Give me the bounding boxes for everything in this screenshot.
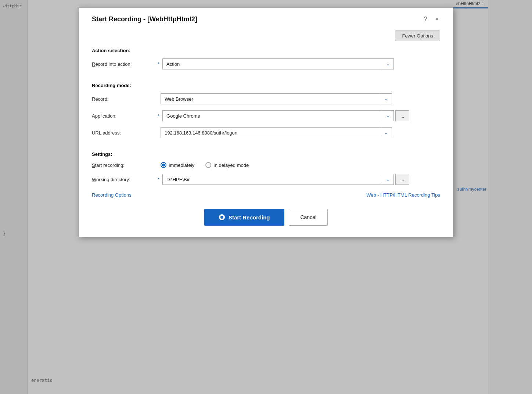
- record-action-control: Action ⌄: [162, 58, 440, 69]
- delayed-label: In delayed mode: [213, 162, 249, 168]
- start-recording-mode-row: Start recording: Immediately In delayed …: [92, 162, 440, 168]
- url-control: 192.168.163.146:8080/suthr/logon ⌄: [161, 127, 440, 138]
- record-value: Web Browser: [161, 96, 380, 102]
- working-dir-browse-button[interactable]: ...: [395, 174, 409, 185]
- start-recording-dialog: Start Recording - [WebHttpHtml2] ? × Few…: [79, 7, 453, 237]
- modal-overlay: Start Recording - [WebHttpHtml2] ? × Few…: [0, 0, 532, 394]
- recording-options-link[interactable]: Recording Options: [92, 192, 132, 198]
- dialog-title: Start Recording - [WebHttpHtml2]: [92, 15, 197, 23]
- working-dir-control: D:\HPE\Bin ⌄ ...: [162, 174, 440, 185]
- immediately-radio[interactable]: [161, 162, 166, 168]
- immediately-radio-dot: [162, 164, 165, 166]
- application-browse-button[interactable]: ...: [395, 110, 409, 121]
- record-arrow[interactable]: ⌄: [380, 94, 392, 104]
- start-button-dot: [220, 216, 223, 219]
- application-row: Application: * Google Chrome ⌄ ...: [92, 110, 440, 121]
- delayed-radio[interactable]: [205, 162, 211, 168]
- help-button[interactable]: ?: [423, 15, 429, 23]
- start-recording-radio-group: Immediately In delayed mode: [161, 162, 249, 168]
- working-directory-label: Working directory:: [92, 177, 156, 182]
- url-dropdown[interactable]: 192.168.163.146:8080/suthr/logon ⌄: [161, 127, 392, 138]
- application-label: Application:: [92, 113, 156, 119]
- url-arrow[interactable]: ⌄: [380, 128, 392, 138]
- start-button-label: Start Recording: [229, 214, 270, 221]
- record-action-arrow[interactable]: ⌄: [382, 59, 393, 69]
- application-control: Google Chrome ⌄ ...: [162, 110, 440, 121]
- url-row: URL address: 192.168.163.146:8080/suthr/…: [92, 127, 440, 138]
- cancel-button[interactable]: Cancel: [289, 209, 328, 226]
- record-row: Record: Web Browser ⌄: [92, 93, 440, 104]
- working-dir-required-star: *: [158, 177, 159, 182]
- record-action-required-star: *: [158, 61, 159, 67]
- close-button[interactable]: ×: [434, 15, 440, 23]
- application-arrow[interactable]: ⌄: [382, 111, 393, 121]
- links-row: Recording Options Web - HTTP/HTML Record…: [92, 192, 440, 198]
- divider-1: [92, 75, 440, 81]
- header-icons: ? ×: [423, 15, 440, 23]
- url-label: URL address:: [92, 130, 156, 136]
- settings-heading: Settings:: [92, 151, 440, 157]
- action-selection-heading: Action selection:: [92, 48, 440, 53]
- recording-mode-heading: Recording mode:: [92, 83, 440, 88]
- application-required-star: *: [158, 113, 159, 119]
- working-dir-arrow[interactable]: ⌄: [382, 174, 393, 185]
- record-into-action-row: Record into action: * Action ⌄: [92, 58, 440, 69]
- start-recording-button[interactable]: Start Recording: [204, 209, 285, 226]
- start-recording-mode-label: Start recording:: [92, 162, 156, 168]
- record-into-action-dropdown[interactable]: Action ⌄: [162, 58, 394, 69]
- record-control: Web Browser ⌄: [156, 93, 440, 104]
- start-button-circle: [219, 214, 225, 220]
- working-dir-value: D:\HPE\Bin: [163, 177, 382, 182]
- delayed-option[interactable]: In delayed mode: [205, 162, 249, 168]
- record-into-action-label: Record into action:: [92, 61, 156, 67]
- working-directory-row: Working directory: * D:\HPE\Bin ⌄ ...: [92, 174, 440, 185]
- record-dropdown[interactable]: Web Browser ⌄: [161, 93, 392, 104]
- fewer-options-button[interactable]: Fewer Options: [395, 31, 440, 41]
- record-label: Record:: [92, 96, 156, 102]
- working-directory-dropdown[interactable]: D:\HPE\Bin ⌄: [162, 174, 394, 185]
- immediately-option[interactable]: Immediately: [161, 162, 194, 168]
- divider-2: [92, 144, 440, 150]
- dialog-footer: Start Recording Cancel: [92, 209, 440, 226]
- application-value: Google Chrome: [163, 113, 382, 119]
- record-action-value: Action: [163, 61, 382, 67]
- url-value: 192.168.163.146:8080/suthr/logon: [161, 130, 380, 136]
- immediately-label: Immediately: [169, 162, 194, 168]
- fewer-options-row: Fewer Options: [92, 31, 440, 41]
- dialog-header: Start Recording - [WebHttpHtml2] ? ×: [92, 15, 440, 23]
- recording-tips-link[interactable]: Web - HTTP/HTML Recording Tips: [366, 192, 440, 198]
- application-dropdown[interactable]: Google Chrome ⌄: [162, 110, 394, 121]
